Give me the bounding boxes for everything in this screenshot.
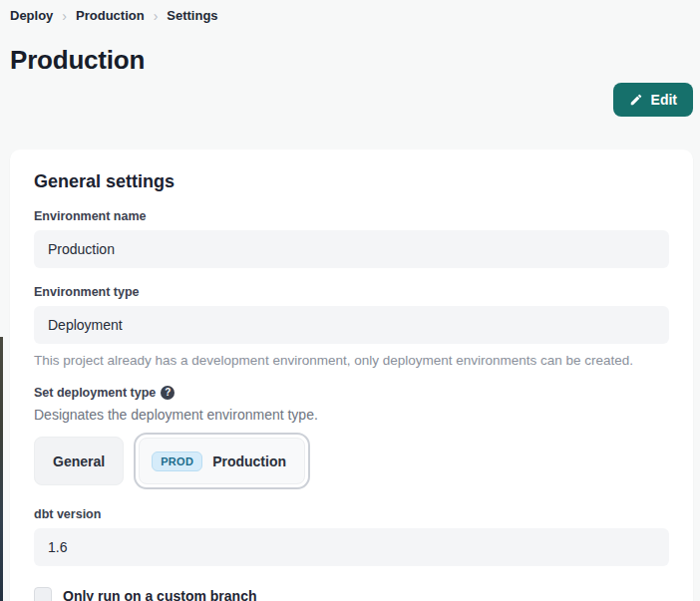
help-icon[interactable]: ? xyxy=(161,386,175,400)
edit-button-label: Edit xyxy=(651,92,677,108)
breadcrumb-settings[interactable]: Settings xyxy=(167,8,217,23)
left-edge-artifact xyxy=(0,337,3,601)
environment-name-value: Production xyxy=(48,241,115,257)
breadcrumb-production[interactable]: Production xyxy=(76,8,145,23)
breadcrumb-deploy[interactable]: Deploy xyxy=(10,8,53,23)
dbt-version-field[interactable]: 1.6 xyxy=(34,528,669,566)
deployment-type-description: Designates the deployment environment ty… xyxy=(34,407,669,423)
deployment-type-label: Set deployment type xyxy=(34,386,156,400)
general-settings-heading: General settings xyxy=(34,171,669,192)
dbt-version-label: dbt version xyxy=(34,507,669,521)
custom-branch-checkbox[interactable] xyxy=(34,587,52,601)
dbt-version-value: 1.6 xyxy=(48,539,67,555)
deployment-type-option-production-selected[interactable]: PROD Production xyxy=(134,433,310,489)
edit-button[interactable]: Edit xyxy=(613,83,693,117)
chevron-right-icon: › xyxy=(62,8,67,23)
prod-badge: PROD xyxy=(152,451,202,471)
breadcrumb: Deploy › Production › Settings xyxy=(10,8,218,23)
deployment-type-option-general[interactable]: General xyxy=(34,437,124,485)
environment-name-label: Environment name xyxy=(34,209,669,223)
environment-type-field[interactable]: Deployment xyxy=(34,306,669,344)
deployment-type-options: General PROD Production xyxy=(34,433,669,489)
deployment-type-label-row: Set deployment type ? xyxy=(34,386,669,400)
deployment-type-option-production-inner: PROD Production xyxy=(139,438,305,484)
pencil-icon xyxy=(629,93,643,107)
option-production-label: Production xyxy=(212,453,286,469)
chevron-right-icon: › xyxy=(154,8,159,23)
option-general-label: General xyxy=(53,453,105,469)
custom-branch-row[interactable]: Only run on a custom branch xyxy=(34,587,669,601)
environment-type-label: Environment type xyxy=(34,285,669,299)
environment-name-field[interactable]: Production xyxy=(34,230,669,268)
page-title: Production xyxy=(10,45,145,76)
general-settings-card: General settings Environment name Produc… xyxy=(10,150,693,601)
environment-type-helper-text: This project already has a development e… xyxy=(34,352,669,370)
environment-settings-page: Deploy › Production › Settings Productio… xyxy=(0,0,700,601)
environment-type-value: Deployment xyxy=(48,317,123,333)
custom-branch-label: Only run on a custom branch xyxy=(63,588,256,601)
